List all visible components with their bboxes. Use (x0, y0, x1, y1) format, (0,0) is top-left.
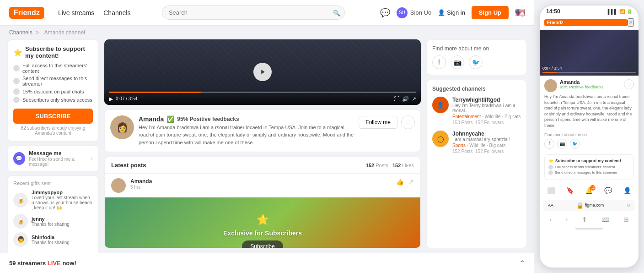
phone-reading-icon[interactable]: 📖 (601, 216, 609, 223)
facebook-icon[interactable]: f (432, 55, 446, 69)
instagram-icon[interactable]: 📷 (451, 55, 464, 69)
phone-logo: Friendz (544, 19, 628, 26)
phone-share-icon[interactable]: ⬆ (582, 216, 587, 223)
sub-feature-4: Subscribers only shows access (13, 97, 93, 103)
channel-follow: Follow me ♡ (359, 115, 415, 129)
like-button[interactable]: 👍 (396, 178, 404, 186)
share-icon[interactable]: ↗ (412, 96, 416, 102)
star-icon: ⭐ (13, 48, 22, 57)
live-chevron-icon[interactable]: ⌃ (519, 259, 525, 268)
verified-badge: ✅ (166, 115, 174, 123)
recent-gifts-title: Recent gifts sent (13, 180, 93, 186)
phone-video-overlay: 0:07 / 3:54 (542, 66, 636, 73)
video-player: ▶ 0:07 / 3:54 ⛶ 🔊 ↗ (104, 39, 421, 105)
share-post-button[interactable]: ↗ (408, 178, 414, 186)
nav-links: Live streams Channels (58, 9, 131, 16)
feature-dot-1 (13, 65, 20, 71)
channel-bio: Hey I'm Amanda bradshwa i am a rsonal tr… (139, 124, 354, 147)
phone-twitter-icon[interactable]: 🐦 (570, 139, 580, 149)
exclusive-subscribe-button[interactable]: Subscribe (242, 240, 283, 248)
phone-refresh-icon[interactable]: ↻ (627, 203, 630, 208)
phone-forward-icon[interactable]: › (566, 216, 568, 223)
fullscreen-icon[interactable]: ⛶ (394, 96, 399, 102)
channel-avatar: 👩 (110, 115, 134, 139)
suggested-category-1: Entertainment (452, 114, 481, 119)
channel-info: 👩 Amanda ✅ 95% Positive feedbacks Hey I'… (104, 109, 421, 153)
follow-button[interactable]: Follow me (359, 116, 397, 129)
phone-close-button[interactable]: ✕ (628, 18, 634, 27)
progress-bar[interactable] (109, 92, 416, 93)
live-banner: 59 streamers LIVE now! ⌃ (0, 253, 534, 273)
positive-feedback: 95% Positive feedbacks (177, 116, 239, 122)
phone-tabs-icon[interactable]: ⊞ (623, 216, 629, 223)
play-icon[interactable]: ▶ (109, 96, 113, 102)
phone-find-more: Find more about me on f 📷 🐦 (540, 132, 639, 152)
nav-live-streams[interactable]: Live streams (58, 9, 94, 16)
phone-channel-name: Amanda (560, 79, 604, 85)
suggested-title: Suggested channels (432, 86, 521, 92)
phone-home-icon[interactable]: ⬜ (547, 187, 555, 194)
breadcrumb-channels[interactable]: Channels (9, 29, 32, 36)
exclusive-image: ⭐ Exclusive for Subscribers Subscribe (105, 197, 420, 248)
heart-button[interactable]: ♡ (401, 115, 415, 129)
gift-avatar-3: 👨 (13, 232, 28, 247)
phone-back-icon[interactable]: ‹ (549, 216, 552, 223)
phone-url-text: figma.com (585, 203, 604, 207)
subscribe-box: ⭐ Subscribe to support my content! Full … (7, 39, 99, 142)
phone-profile-icon[interactable]: 👤 (623, 187, 631, 194)
twitter-icon[interactable]: 🐦 (469, 55, 483, 69)
phone-status-icons: ▌▌▌ 📶 🔋 (608, 9, 632, 14)
suggested-avatar-1: 👤 (432, 97, 449, 113)
progress-fill (109, 92, 201, 93)
sub-feature-1: Full access to this streamers' content (13, 63, 93, 74)
username: Sion Uo (410, 9, 431, 16)
gift-avatar-2: 🍺 (13, 214, 28, 229)
gift-text-1: Jimmyopyop Loved your last stream when u… (32, 190, 93, 210)
phone-font-size-label: AA (548, 203, 553, 207)
search-input[interactable] (162, 5, 345, 20)
suggested-tags-1: Entertainment · Wild life · Big cats (452, 114, 521, 119)
phone-nav-bar: ‹ › ⬆ 📖 ⊞ (540, 213, 639, 226)
suggested-bio-1: Hey I'm Terrry bradshwa i am a rsonal... (452, 103, 521, 113)
gift-msg-2: Thanks for sharing (32, 222, 70, 227)
phone-profile-row: Amanda 95% Positive feedbacks ♡ (540, 76, 639, 94)
play-button[interactable] (253, 63, 272, 81)
gift-msg-1: Loved your last stream when u shows us y… (32, 195, 93, 210)
breadcrumb-current: Amands channel (44, 29, 85, 36)
poster-name: Amanda (130, 178, 152, 185)
phone-video: 0:07 / 3:54 (540, 30, 639, 76)
user-display: SU Sion Uo (397, 7, 431, 18)
suggested-avatar-2: ◯ (432, 131, 449, 147)
phone-heart-button[interactable]: ♡ (624, 79, 634, 89)
flag-icon[interactable]: 🇺🇸 (515, 8, 525, 18)
exclusive-label: Exclusive for Subscribers (223, 229, 302, 237)
suggested-info-2: Johnnycahe I am a marshal ary spretzial!… (452, 131, 510, 154)
avatar: SU (397, 7, 408, 18)
phone-progress-bar[interactable] (542, 72, 636, 73)
logo[interactable]: Friendz (9, 7, 44, 19)
volume-icon[interactable]: 🔊 (402, 96, 409, 102)
phone-star-icon: ⭐ (548, 158, 553, 163)
recent-gifts: Recent gifts sent 🍺 Jimmyopyop Loved you… (7, 175, 99, 253)
message-box[interactable]: 💬 Message me Feel free to send me a mess… (7, 145, 99, 172)
phone-message-icon[interactable]: 💬 (604, 187, 612, 194)
subscribe-button[interactable]: SUBSCRIBE (13, 109, 93, 124)
chat-icon[interactable]: 💬 (380, 8, 390, 18)
find-more-title: Find more about me on (432, 45, 521, 52)
gift-avatar-1: 🍺 (13, 193, 28, 207)
suggested-stats-2: 152 Posts 152 Followers (452, 149, 510, 154)
phone-instagram-icon[interactable]: 📷 (557, 139, 567, 149)
phone-bookmark-icon[interactable]: 🔖 (566, 187, 574, 194)
sub-feature-2: Send direct messages to this streamer (13, 76, 93, 87)
sign-in-button[interactable]: 👤 Sign in (438, 9, 465, 16)
message-text: Message me Feel free to send me a messag… (29, 150, 91, 167)
post-actions: 👍 ↗ (396, 178, 414, 186)
nav-right: 💬 SU Sion Uo 👤 Sign in Sign Up 🇺🇸 (380, 6, 525, 19)
phone-facebook-icon[interactable]: f (544, 139, 554, 149)
phone-notification-icon[interactable]: 🔔 12 (585, 187, 593, 194)
phone-lock-icon: 🔒 (576, 202, 584, 209)
gift-msg-3: Thanks for sharing (32, 240, 70, 245)
nav-channels[interactable]: Channels (103, 9, 130, 16)
sign-up-button[interactable]: Sign Up (472, 6, 509, 19)
gift-name-1: Jimmyopyop (32, 190, 93, 195)
